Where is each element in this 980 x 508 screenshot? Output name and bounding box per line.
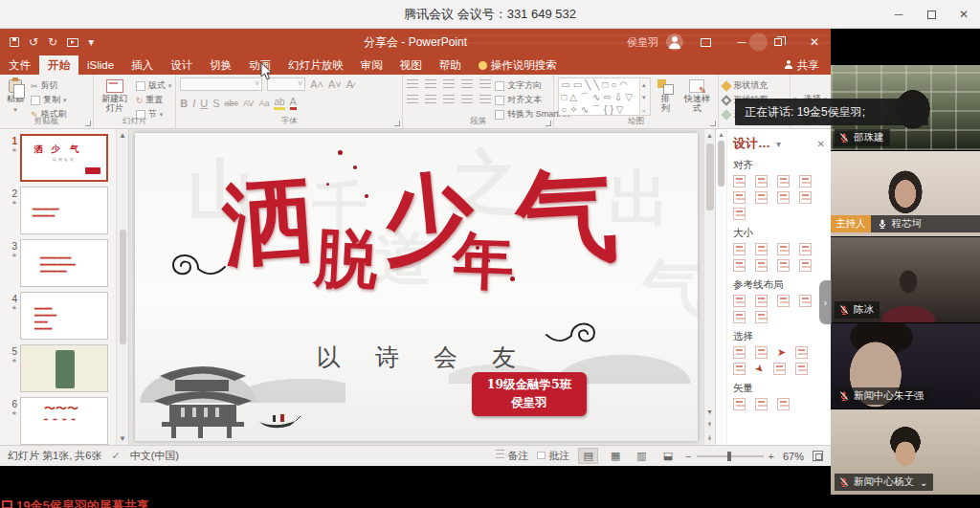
tab-design[interactable]: 设计 (162, 55, 201, 75)
size-tool-icon[interactable] (777, 243, 790, 255)
select-cursor-icon[interactable]: ➤ (752, 362, 768, 377)
tab-review[interactable]: 审阅 (352, 55, 391, 75)
guide-tool-icon[interactable] (799, 295, 812, 307)
select-tool-icon[interactable] (733, 346, 746, 359)
thumbnail-slide-4[interactable]: 4★ ▂▂▂▂▂▂▂▂▂▂▂▂▂▂▂▂ (4, 292, 128, 344)
size-tool-icon[interactable] (777, 259, 790, 272)
tab-file[interactable]: 文件 (0, 55, 39, 75)
vector-tool-icon[interactable] (755, 398, 768, 410)
tell-me-search[interactable]: 操作说明搜索 (470, 55, 566, 75)
guide-tool-icon[interactable] (733, 311, 746, 323)
clear-format-button[interactable]: A̷ (346, 78, 353, 90)
guide-tool-icon[interactable] (755, 295, 768, 307)
change-case-button[interactable]: Aa (258, 99, 269, 108)
participant-tile[interactable]: 新闻中心杨文 ⌄ (831, 409, 980, 496)
notes-button[interactable]: 备注 (496, 449, 528, 463)
vector-tool-icon[interactable] (733, 398, 746, 410)
increase-font-button[interactable]: A˄ (310, 78, 323, 90)
restore-button[interactable] (915, 0, 947, 29)
design-panel-close-button[interactable]: ✕ (817, 139, 825, 149)
zoom-track[interactable] (697, 455, 764, 457)
select-tool-icon[interactable] (733, 363, 746, 375)
select-cursor-icon[interactable]: ➤ (777, 346, 786, 359)
decrease-font-button[interactable]: A˅ (328, 78, 342, 90)
scrollbar-thumb[interactable] (706, 144, 714, 210)
select-tool-icon[interactable] (755, 346, 768, 359)
participant-tile[interactable]: 主持人 程芯坷 (831, 151, 980, 237)
thumbnail-slide-2[interactable]: 2★ ▂▂▂▂▂▂▂▂▂▂▂ (4, 187, 128, 239)
ppt-restore-button[interactable] (764, 29, 792, 55)
zoom-percent[interactable]: 67% (783, 451, 804, 462)
select-tool-icon[interactable] (773, 363, 786, 375)
scroll-up-icon[interactable]: ▲ (119, 131, 126, 140)
participant-tile[interactable]: 陈冰 (831, 237, 980, 323)
tab-help[interactable]: 帮助 (431, 55, 470, 75)
select-tool-icon[interactable] (795, 346, 808, 359)
zoom-out-button[interactable]: − (685, 451, 691, 462)
justify-icon[interactable] (461, 95, 473, 104)
tab-home[interactable]: 开始 (39, 55, 78, 75)
ribbon-display-options-button[interactable] (691, 29, 720, 55)
size-tool-icon[interactable] (799, 259, 812, 272)
scroll-down-icon[interactable]: ▼ (119, 434, 126, 443)
paragraph-dialog-launcher[interactable] (546, 121, 551, 126)
text-highlight-button[interactable]: ab (274, 97, 284, 110)
size-tool-icon[interactable] (799, 243, 812, 255)
design-panel-caret[interactable]: ▾ (776, 139, 781, 149)
align-tool-icon[interactable] (777, 191, 790, 204)
thumbnail-slide-6[interactable]: 6★ 〜〜〜▂ ▂ ▂ ▂ (4, 397, 128, 450)
tab-transitions[interactable]: 切换 (201, 55, 240, 75)
align-right-icon[interactable] (443, 95, 455, 104)
shadow-button[interactable]: S (212, 98, 219, 109)
size-tool-icon[interactable] (755, 243, 768, 255)
font-dialog-launcher[interactable] (394, 121, 400, 126)
user-avatar[interactable] (666, 33, 683, 51)
shape-fill-button[interactable]: 形状填充 (723, 79, 768, 92)
scroll-up-icon[interactable]: ▲ (706, 129, 713, 142)
scroll-down-icon[interactable]: ▼ (706, 406, 713, 418)
fit-to-window-button[interactable] (813, 451, 823, 461)
numbering-icon[interactable] (425, 79, 436, 89)
indent-decrease-icon[interactable] (443, 79, 455, 89)
align-tool-icon[interactable] (777, 175, 790, 188)
font-name-dropdown[interactable] (180, 77, 262, 91)
columns-icon[interactable] (479, 95, 491, 104)
design-panel-scrollbar[interactable]: ▲ (716, 129, 727, 445)
language-indicator[interactable]: 中文(中国) (130, 449, 179, 463)
ppt-close-button[interactable]: ✕ (800, 29, 829, 55)
copy-button[interactable]: 复制 ▾ (31, 94, 67, 106)
quick-styles-button[interactable]: 快速样式 (679, 77, 714, 116)
guide-tool-icon[interactable] (755, 311, 768, 323)
arrange-button[interactable]: 排列 (655, 77, 676, 116)
paste-caret[interactable]: ▾ (13, 106, 17, 114)
strikethrough-button[interactable]: abc (225, 99, 239, 108)
align-tool-icon[interactable] (733, 208, 746, 220)
ppt-minimize-button[interactable]: ─ (727, 29, 756, 55)
minimize-button[interactable]: ─ (882, 0, 915, 29)
previous-slide-button[interactable]: ↟ (707, 418, 713, 431)
underline-button[interactable]: U (200, 98, 208, 109)
scrollbar-thumb[interactable] (718, 141, 724, 187)
shapes-gallery[interactable]: ▭▭╲╲□○◠ □△⌒∿⇨⇩▽ ○✧∿⌒{}▽ ▴▾⌄ (558, 77, 651, 116)
next-slide-button[interactable]: ↡ (707, 431, 713, 445)
select-tool-icon[interactable] (795, 363, 808, 375)
thumbnail-slide-1[interactable]: 1★ 洒 少 气 以诗会友 (4, 134, 128, 187)
comments-button[interactable]: 批注 (537, 449, 569, 463)
bold-button[interactable]: B (180, 98, 188, 109)
align-left-icon[interactable] (407, 95, 418, 104)
align-center-icon[interactable] (425, 95, 436, 104)
thumbnail-scrollbar[interactable]: ▲ ▼ (116, 129, 128, 445)
shapes-scroll[interactable]: ▴▾⌄ (639, 78, 650, 115)
video-panel-collapse-handle[interactable]: › (819, 280, 832, 324)
align-tool-icon[interactable] (799, 191, 812, 204)
guide-tool-icon[interactable] (733, 295, 746, 307)
line-spacing-icon[interactable] (479, 79, 491, 89)
tab-view[interactable]: 视图 (391, 55, 431, 75)
tab-insert[interactable]: 插入 (122, 55, 162, 75)
layout-button[interactable]: 版式▾ (136, 79, 172, 92)
indent-increase-icon[interactable] (461, 79, 473, 89)
thumbnail-slide-5[interactable]: 5★ (4, 344, 128, 397)
slide-scrollbar[interactable]: ▲ ▼ ↟ ↡ (703, 129, 715, 445)
slide[interactable]: 山 千 之 出 道 气 洒 脱 少 (135, 133, 698, 441)
cut-button[interactable]: ✂剪切 (31, 79, 67, 92)
